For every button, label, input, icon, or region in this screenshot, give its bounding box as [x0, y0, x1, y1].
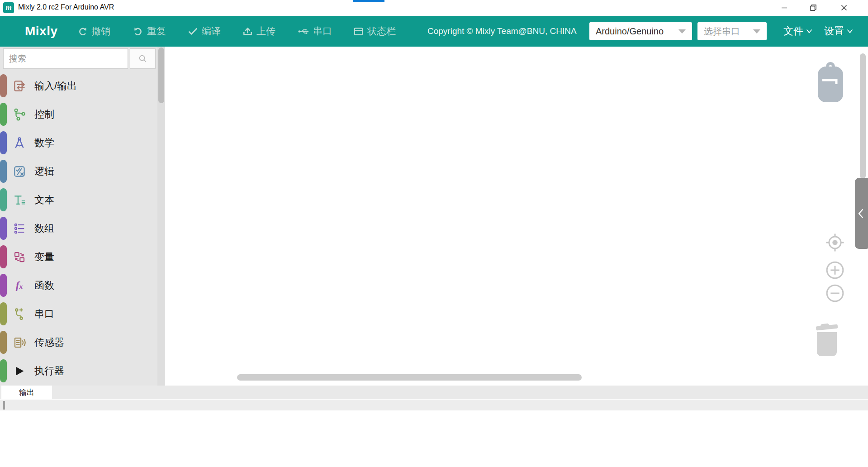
port-select[interactable]: 选择串口 [697, 22, 767, 40]
chevron-down-icon [806, 29, 812, 33]
serial-button[interactable]: 串口 [298, 16, 332, 47]
tab-output[interactable]: 输出 [1, 386, 52, 399]
canvas-horizontal-scrollbar[interactable] [237, 374, 582, 381]
chevron-down-icon [678, 29, 686, 33]
serial-label: 串口 [313, 25, 332, 38]
search-button[interactable] [130, 48, 156, 69]
text-icon [12, 193, 26, 207]
redo-label: 重复 [147, 25, 166, 38]
console-active-line [0, 400, 868, 410]
taskbar-indicator [353, 0, 384, 2]
category-label: 逻辑 [34, 157, 54, 186]
control-icon [12, 107, 26, 121]
sidebar-item-function[interactable]: fx 函数 [0, 271, 157, 300]
file-menu-label: 文件 [783, 24, 803, 38]
category-label: 执行器 [34, 357, 64, 385]
file-menu[interactable]: 文件 [783, 16, 812, 47]
search-input[interactable] [3, 48, 128, 69]
category-color-bar [0, 131, 7, 154]
sidebar-item-serial[interactable]: 串口 [0, 300, 157, 328]
undo-icon [77, 26, 88, 37]
category-label: 变量 [34, 243, 54, 271]
redo-button[interactable]: 重复 [133, 16, 166, 47]
check-icon [188, 26, 198, 37]
window-icon [353, 26, 364, 37]
statusbar-label: 状态栏 [367, 25, 396, 38]
backpack-icon[interactable] [816, 60, 844, 103]
sidebar-item-sensor[interactable]: 传感器 [0, 328, 157, 357]
restore-button[interactable] [800, 0, 826, 15]
sidebar-scrollbar-thumb[interactable] [158, 48, 164, 103]
category-label: 函数 [34, 271, 54, 300]
canvas-vertical-scrollbar[interactable] [860, 53, 866, 179]
target-icon [825, 232, 845, 253]
board-select[interactable]: Arduino/Genuino [589, 22, 692, 40]
math-icon [12, 136, 26, 150]
actuator-icon [12, 364, 26, 378]
block-category-sidebar: 输入/输出 控制 数学 逻辑 [0, 47, 165, 386]
upload-button[interactable]: 上传 [242, 16, 275, 47]
compile-label: 编译 [202, 25, 221, 38]
chevron-down-icon [753, 29, 760, 33]
text-cursor [3, 401, 5, 410]
minimize-icon [781, 4, 788, 11]
board-select-value: Arduino/Genuino [596, 26, 664, 37]
minimize-button[interactable] [771, 0, 797, 15]
search-icon [138, 54, 148, 64]
statusbar-button[interactable]: 状态栏 [353, 16, 396, 47]
compile-button[interactable]: 编译 [188, 16, 221, 47]
sidebar-item-io[interactable]: 输入/输出 [0, 71, 157, 100]
category-color-bar [0, 160, 7, 183]
redo-icon [133, 26, 143, 37]
sidebar-item-control[interactable]: 控制 [0, 100, 157, 129]
category-label: 传感器 [34, 328, 64, 357]
output-console[interactable] [0, 399, 868, 467]
category-label: 文本 [34, 186, 54, 214]
sidebar-item-actuator[interactable]: 执行器 [0, 357, 157, 385]
category-color-bar [0, 359, 7, 382]
chevron-down-icon [847, 29, 853, 33]
category-label: 数学 [34, 129, 54, 157]
zoom-in-icon [825, 261, 844, 280]
category-color-bar [0, 245, 7, 268]
output-tab-label: 输出 [19, 387, 34, 398]
category-color-bar [0, 188, 7, 211]
sidebar-item-variable[interactable]: 变量 [0, 243, 157, 271]
undo-button[interactable]: 撤销 [77, 16, 110, 47]
restore-icon [810, 4, 817, 11]
category-label: 输入/输出 [34, 71, 77, 100]
category-color-bar [0, 274, 7, 297]
bottom-tab-bar: 输出 [0, 386, 868, 399]
category-label: 串口 [34, 300, 54, 328]
sidebar-item-math[interactable]: 数学 [0, 129, 157, 157]
code-panel-collapse-handle[interactable] [855, 178, 868, 249]
function-icon: fx [12, 278, 26, 292]
collapse-left-icon [857, 209, 864, 219]
settings-menu-label: 设置 [824, 24, 844, 38]
category-label: 控制 [34, 100, 54, 129]
sidebar-item-logic[interactable]: 逻辑 [0, 157, 157, 186]
upload-icon [242, 26, 253, 37]
copyright-text: Copyright © Mixly Team@BNU, CHINA [427, 16, 577, 47]
category-color-bar [0, 331, 7, 354]
blockly-workspace[interactable] [165, 47, 868, 386]
zoom-out-button[interactable] [825, 284, 844, 303]
logic-icon [12, 164, 26, 178]
category-color-bar [0, 217, 7, 240]
mixly-brand: Mixly [25, 16, 58, 47]
center-view-button[interactable] [825, 232, 845, 253]
io-icon [12, 79, 26, 93]
close-button[interactable] [831, 0, 857, 15]
settings-menu[interactable]: 设置 [824, 16, 853, 47]
category-color-bar [0, 74, 7, 97]
variable-icon [12, 250, 26, 264]
title-bar: m Mixly 2.0 rc2 For Arduino AVR [0, 0, 868, 16]
undo-label: 撤销 [91, 25, 110, 38]
zoom-in-button[interactable] [825, 261, 844, 280]
window-title: Mixly 2.0 rc2 For Arduino AVR [18, 3, 114, 11]
sidebar-item-text[interactable]: 文本 [0, 186, 157, 214]
main-toolbar: Mixly 撤销 重复 编译 上传 串口 [0, 16, 868, 47]
sidebar-item-array[interactable]: 数组 [0, 214, 157, 243]
category-color-bar [0, 302, 7, 325]
trash-icon[interactable] [813, 320, 841, 361]
